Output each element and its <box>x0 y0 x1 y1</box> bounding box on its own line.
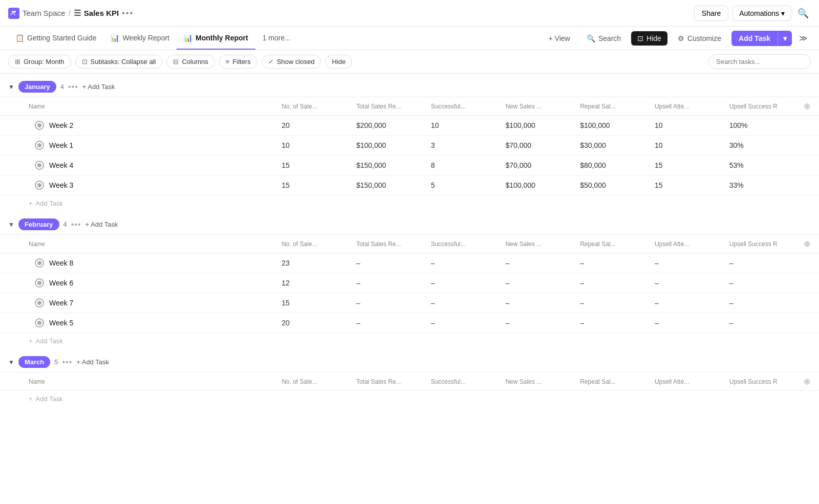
add-task-main-button[interactable]: Add Task ▾ <box>731 31 792 46</box>
tab-weekly-report-icon: 📊 <box>111 34 119 42</box>
col-header-new-sales[interactable]: New Sales ... <box>499 372 574 391</box>
group-more-march[interactable]: ••• <box>62 358 72 367</box>
col-header-name[interactable]: Name <box>0 97 275 116</box>
col-add-icon[interactable]: ⊕ <box>798 235 819 253</box>
tab-more[interactable]: 1 more... <box>255 27 298 50</box>
task-name-cell: Week 5 <box>0 313 275 333</box>
col-header-successful[interactable]: Successful... <box>425 235 500 253</box>
tab-monthly-report[interactable]: 📊 Monthly Report <box>177 27 255 50</box>
col-header-upsell-success[interactable]: Upsell Success R <box>723 97 798 116</box>
task-cell-upsellSuccess: 100% <box>723 116 798 136</box>
task-name-cell: Week 8 <box>0 253 275 273</box>
col-header-upsell-atte[interactable]: Upsell Atte... <box>649 235 723 253</box>
col-header-successful[interactable]: Successful... <box>425 372 500 391</box>
group-badge-january[interactable]: January <box>18 81 56 93</box>
add-task-main-label: Add Task <box>731 31 778 46</box>
add-task-chevron-icon[interactable]: ▾ <box>778 31 792 46</box>
col-header-total-sales-re[interactable]: Total Sales Re... <box>350 372 425 391</box>
group-collapse-march[interactable]: ▼ <box>8 359 14 366</box>
tab-getting-started[interactable]: 📋 Getting Started Guide <box>8 27 103 50</box>
task-cell-newSales: – <box>499 253 574 273</box>
group-add-task-january[interactable]: + Add Task <box>82 83 115 91</box>
top-search-icon[interactable]: 🔍 <box>795 6 811 21</box>
add-task-row-january[interactable]: +Add Task <box>0 195 819 212</box>
col-header-name[interactable]: Name <box>0 372 275 391</box>
task-cell-successful: – <box>425 273 500 293</box>
col-add-icon[interactable]: ⊕ <box>798 372 819 391</box>
col-header-no-of-sales[interactable]: No. of Sale... <box>275 235 350 253</box>
page-more-button[interactable]: ••• <box>122 9 134 18</box>
task-cell-newSales: – <box>499 313 574 333</box>
col-header-name[interactable]: Name <box>0 235 275 253</box>
hide-button[interactable]: ⊡ Hide <box>631 31 667 46</box>
task-cell-upsellSuccess: 33% <box>723 176 798 195</box>
search-button-label: Search <box>598 34 621 42</box>
task-status-icon[interactable] <box>35 121 44 130</box>
group-badge-february[interactable]: February <box>18 218 59 230</box>
group-section-march: ▼ March 5 ••• + Add Task NameNo. of Sale… <box>0 349 819 407</box>
col-header-successful[interactable]: Successful... <box>425 97 500 116</box>
col-header-new-sales[interactable]: New Sales ... <box>499 97 574 116</box>
page-title-text: Sales KPI <box>84 9 119 17</box>
col-header-upsell-atte[interactable]: Upsell Atte... <box>649 97 723 116</box>
col-header-repeat-sal[interactable]: Repeat Sal... <box>574 372 649 391</box>
hide-icon: ⊡ <box>637 34 643 42</box>
task-status-icon[interactable] <box>35 181 44 190</box>
task-status-icon[interactable] <box>35 318 44 327</box>
task-status-icon[interactable] <box>35 161 44 170</box>
task-cell-upsellAtte: – <box>649 293 723 313</box>
group-add-task-march[interactable]: + Add Task <box>76 358 109 366</box>
show-closed-icon: ✓ <box>268 58 274 65</box>
search-button[interactable]: 🔍 Search <box>580 31 627 46</box>
col-header-total-sales-re[interactable]: Total Sales Re... <box>350 97 425 116</box>
filters-chip[interactable]: ≡ Filters <box>219 55 257 69</box>
col-header-new-sales[interactable]: New Sales ... <box>499 235 574 253</box>
col-header-total-sales-re[interactable]: Total Sales Re... <box>350 235 425 253</box>
add-task-row-march[interactable]: +Add Task <box>0 391 819 407</box>
task-status-icon[interactable] <box>35 258 44 268</box>
automations-button[interactable]: Automations ▾ <box>732 6 791 21</box>
subtasks-filter-chip[interactable]: ⊡ Subtasks: Collapse all <box>75 55 163 69</box>
add-view-button[interactable]: + View <box>543 31 576 46</box>
col-header-repeat-sal[interactable]: Repeat Sal... <box>574 97 649 116</box>
group-collapse-february[interactable]: ▼ <box>8 221 14 228</box>
table-row: Week 5 20–––––– <box>0 313 819 333</box>
team-avatar-icon <box>8 8 19 19</box>
customize-button[interactable]: ⚙ Customize <box>672 31 727 46</box>
tab-weekly-report[interactable]: 📊 Weekly Report <box>103 27 177 50</box>
task-cell-totalSalesRe: – <box>350 293 425 313</box>
expand-button[interactable]: ≫ <box>796 30 811 46</box>
tab-monthly-report-icon: 📊 <box>184 34 192 42</box>
columns-icon: ⊟ <box>173 58 179 65</box>
task-status-icon[interactable] <box>35 278 44 288</box>
col-header-upsell-success[interactable]: Upsell Success R <box>723 372 798 391</box>
task-name-text: Week 3 <box>49 181 73 189</box>
group-badge-march[interactable]: March <box>18 356 50 368</box>
hide-chip[interactable]: Hide <box>325 55 352 69</box>
col-add-icon[interactable]: ⊕ <box>798 97 819 116</box>
team-space-link[interactable]: Team Space <box>8 8 65 19</box>
task-cell-successful: 3 <box>425 136 500 156</box>
group-collapse-january[interactable]: ▼ <box>8 83 14 91</box>
task-status-icon[interactable] <box>35 141 44 150</box>
tab-weekly-report-label: Weekly Report <box>122 34 169 42</box>
col-header-no-of-sales[interactable]: No. of Sale... <box>275 97 350 116</box>
task-status-icon[interactable] <box>35 298 44 308</box>
col-header-no-of-sales[interactable]: No. of Sale... <box>275 372 350 391</box>
share-button[interactable]: Share <box>694 6 728 21</box>
group-more-january[interactable]: ••• <box>68 82 78 92</box>
tab-more-label: 1 more... <box>263 34 291 42</box>
group-more-february[interactable]: ••• <box>71 220 81 229</box>
task-cell-noOfSales: 15 <box>275 156 350 176</box>
add-task-plus-icon: + <box>29 200 33 207</box>
search-tasks-input[interactable] <box>708 54 811 69</box>
show-closed-chip[interactable]: ✓ Show closed <box>262 55 321 69</box>
add-task-row-february[interactable]: +Add Task <box>0 333 819 349</box>
group-filter-chip[interactable]: ⊞ Group: Month <box>8 55 71 69</box>
col-header-upsell-atte[interactable]: Upsell Atte... <box>649 372 723 391</box>
group-header-february: ▼ February 4 ••• + Add Task <box>0 211 819 234</box>
group-add-task-february[interactable]: + Add Task <box>85 221 118 228</box>
col-header-repeat-sal[interactable]: Repeat Sal... <box>574 235 649 253</box>
col-header-upsell-success[interactable]: Upsell Success R <box>723 235 798 253</box>
columns-filter-chip[interactable]: ⊟ Columns <box>166 55 214 69</box>
